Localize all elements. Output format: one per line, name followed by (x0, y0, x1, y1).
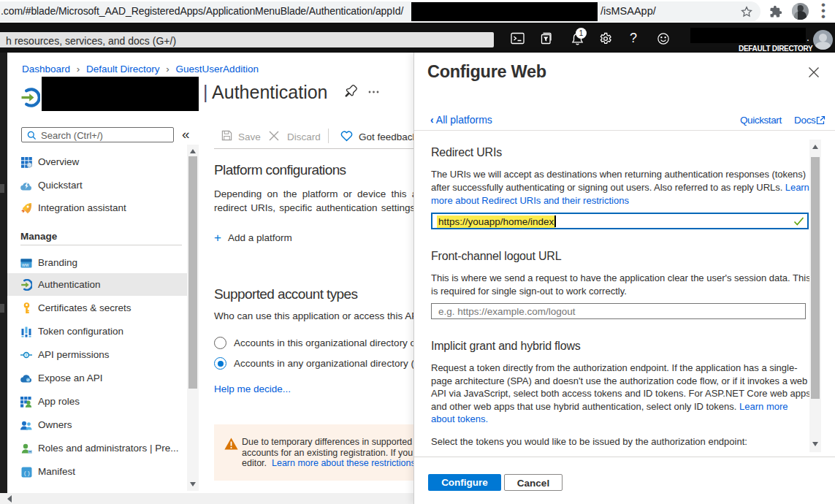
svg-text:ww: ww (21, 261, 29, 267)
svg-text:(): () (23, 469, 31, 476)
